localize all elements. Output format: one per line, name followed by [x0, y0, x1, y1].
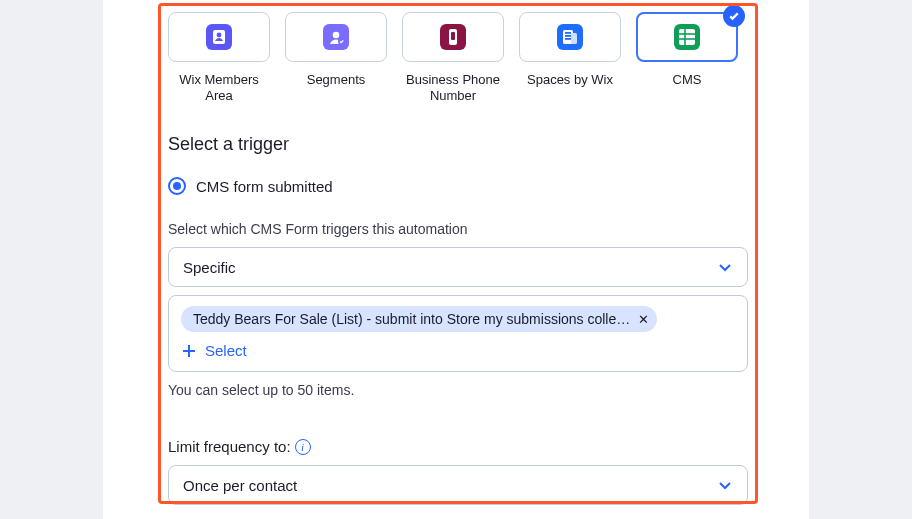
tag-text: Teddy Bears For Sale (List) - submit int…: [193, 311, 630, 327]
app-label: CMS: [637, 72, 737, 88]
app-tile-business-phone-number[interactable]: [402, 12, 504, 62]
app-label: Wix Members Area: [169, 72, 269, 104]
svg-rect-16: [679, 29, 695, 45]
segments-icon: [323, 24, 349, 50]
app-label: Business Phone Number: [403, 72, 503, 104]
app-tile-spaces-by-wix[interactable]: [519, 12, 621, 62]
spaces-icon: [557, 24, 583, 50]
radio-label: CMS form submitted: [196, 178, 333, 195]
select-value: Once per contact: [183, 477, 297, 494]
chevron-down-icon: [717, 259, 733, 275]
select-value: Specific: [183, 259, 236, 276]
add-label: Select: [205, 342, 247, 359]
svg-rect-11: [565, 32, 571, 34]
svg-rect-14: [571, 33, 577, 44]
svg-rect-8: [451, 32, 455, 40]
chevron-down-icon: [717, 477, 733, 493]
app-tile-segments[interactable]: [285, 12, 387, 62]
app-tile-cms[interactable]: [636, 12, 738, 62]
selected-check-icon: [723, 5, 745, 27]
remove-tag-button[interactable]: ✕: [638, 312, 649, 327]
phone-icon: [440, 24, 466, 50]
app-label: Segments: [286, 72, 386, 88]
members-icon: [206, 24, 232, 50]
info-icon[interactable]: i: [295, 439, 311, 455]
cms-icon: [674, 24, 700, 50]
form-scope-select[interactable]: Specific: [168, 247, 748, 287]
app-tile-wix-members-area[interactable]: [168, 12, 270, 62]
form-select-label: Select which CMS Form triggers this auto…: [168, 221, 748, 237]
trigger-option-cms-form-submitted[interactable]: CMS form submitted: [168, 177, 748, 195]
add-form-button[interactable]: Select: [181, 342, 735, 359]
svg-rect-12: [565, 35, 571, 37]
section-title: Select a trigger: [168, 134, 748, 155]
selection-hint: You can select up to 50 items.: [168, 382, 748, 398]
selected-forms-multiselect[interactable]: Teddy Bears For Sale (List) - submit int…: [168, 295, 748, 372]
selected-form-tag: Teddy Bears For Sale (List) - submit int…: [181, 306, 657, 332]
svg-point-2: [217, 33, 222, 38]
plus-icon: [181, 343, 197, 359]
frequency-select[interactable]: Once per contact: [168, 465, 748, 505]
frequency-label: Limit frequency to:: [168, 438, 291, 455]
svg-point-4: [333, 32, 340, 39]
app-label: Spaces by Wix: [520, 72, 620, 88]
radio-selected-icon: [168, 177, 186, 195]
svg-rect-13: [565, 38, 571, 40]
app-picker: Wix Members Area Segments Business Phone…: [168, 12, 748, 104]
